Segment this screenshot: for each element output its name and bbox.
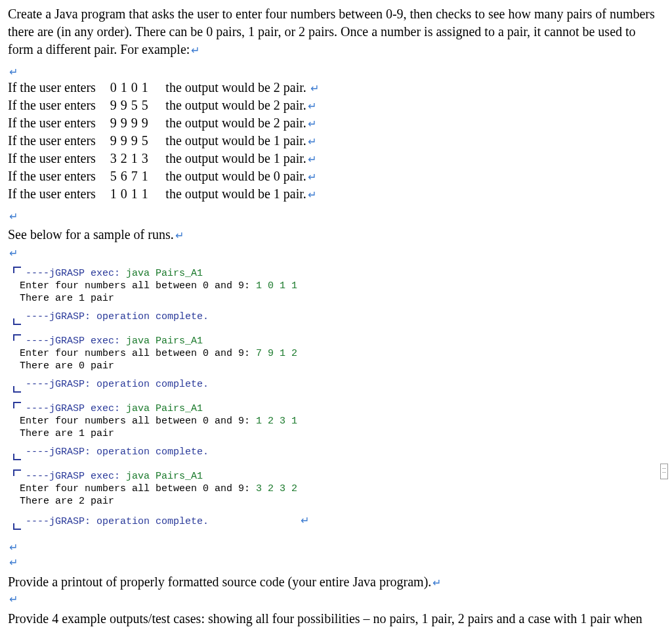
pilcrow-icon: ↵	[306, 189, 316, 200]
footer-line-1: Provide a printout of properly formatted…	[8, 573, 664, 591]
pilcrow-icon: ↵	[8, 248, 18, 259]
example-row: If the user enters9 9 9 5the output woul…	[8, 132, 323, 150]
pilcrow-icon: ↵	[8, 211, 18, 222]
console-run: ----jGRASP exec: java Pairs_A1Enter four…	[13, 267, 664, 325]
footer-2-text: Provide 4 example outputs/test cases: sh…	[8, 611, 642, 629]
console-output: ----jGRASP exec: java Pairs_A1Enter four…	[13, 267, 664, 530]
pilcrow-icon: ↵	[306, 136, 316, 147]
pilcrow-icon: ↵	[306, 118, 316, 129]
pilcrow-icon: ↵	[8, 66, 18, 77]
console-exec-line: ----jGRASP exec: java Pairs_A1	[20, 336, 664, 348]
pilcrow-icon: ↵	[306, 171, 316, 183]
example-row: If the user enters9 9 5 5the output woul…	[8, 97, 323, 114]
console-run: ----jGRASP exec: java Pairs_A1Enter four…	[13, 469, 664, 530]
pilcrow-icon: ↵	[8, 542, 18, 553]
example-row: If the user enters3 2 1 3the output woul…	[8, 150, 323, 167]
console-user-input: 3 2 3 2	[256, 483, 297, 494]
console-run: ----jGRASP exec: java Pairs_A1Enter four…	[13, 334, 664, 393]
example-lead: If the user enters	[8, 167, 110, 185]
example-row: If the user enters5 6 7 1the output woul…	[8, 167, 323, 185]
console-exec-line: ----jGRASP exec: java Pairs_A1	[20, 403, 664, 416]
example-numbers: 3 2 1 3	[110, 150, 166, 167]
console-user-input: 1 2 3 1	[256, 416, 297, 427]
pilcrow-icon: ↵	[306, 154, 316, 165]
example-numbers: 0 1 0 1	[110, 79, 166, 97]
example-numbers: 9 9 9 9	[110, 114, 166, 132]
see-below-text: See below for a sample of runs.	[8, 227, 174, 242]
example-numbers: 1 0 1 1	[110, 185, 166, 203]
console-exec-line: ----jGRASP exec: java Pairs_A1	[20, 471, 664, 483]
console-prompt-line: Enter four numbers all between 0 and 9: …	[20, 280, 664, 293]
example-output: the output would be 2 pair.↵	[165, 97, 323, 114]
console-result-line: There are 2 pair	[20, 496, 664, 508]
intro-paragraph: Create a Java program that asks the user…	[8, 5, 664, 58]
example-output: the output would be 0 pair.↵	[165, 167, 323, 185]
example-lead: If the user enters	[8, 79, 110, 97]
see-below-heading: See below for a sample of runs.↵	[8, 227, 664, 242]
example-output: the output would be 1 pair.↵	[165, 132, 323, 150]
example-lead: If the user enters	[8, 185, 110, 203]
example-lead: If the user enters	[8, 114, 110, 132]
example-output: the output would be 1 pair.↵	[165, 185, 323, 203]
console-prompt-line: Enter four numbers all between 0 and 9: …	[20, 348, 664, 360]
console-complete-line: ----jGRASP: operation complete.	[20, 311, 664, 324]
example-output: the output would be 2 pair. ↵	[165, 79, 323, 97]
pilcrow-icon: ↵	[8, 557, 18, 568]
console-prompt-line: Enter four numbers all between 0 and 9: …	[20, 416, 664, 428]
pilcrow-icon: ↵	[306, 100, 316, 112]
console-complete-line: ----jGRASP: operation complete.	[20, 446, 664, 459]
console-prompt-line: Enter four numbers all between 0 and 9: …	[20, 483, 664, 496]
example-lead: If the user enters	[8, 132, 110, 150]
example-row: If the user enters9 9 9 9the output woul…	[8, 114, 323, 132]
pilcrow-icon: ↵	[287, 515, 309, 526]
example-numbers: 9 9 5 5	[110, 97, 166, 114]
footer-line-2: Provide 4 example outputs/test cases: sh…	[8, 610, 664, 629]
example-row: If the user enters0 1 0 1the output woul…	[8, 79, 323, 97]
console-complete-line: ----jGRASP: operation complete. ↵	[20, 514, 664, 529]
console-exec-line: ----jGRASP exec: java Pairs_A1	[20, 268, 664, 280]
console-user-input: 7 9 1 2	[256, 348, 297, 359]
console-complete-line: ----jGRASP: operation complete.	[20, 379, 664, 391]
example-row: If the user enters1 0 1 1the output woul…	[8, 185, 323, 203]
pilcrow-icon: ↵	[8, 594, 18, 605]
pilcrow-icon: ↵	[190, 45, 200, 56]
console-user-input: 1 0 1 1	[256, 280, 297, 292]
footer-1-text: Provide a printout of properly formatted…	[8, 575, 431, 589]
console-result-line: There are 1 pair	[20, 428, 664, 441]
examples-table: If the user enters0 1 0 1the output woul…	[8, 79, 323, 203]
console-result-line: There are 0 pair	[20, 360, 664, 373]
intro-text: Create a Java program that asks the user…	[8, 7, 655, 56]
example-lead: If the user enters	[8, 97, 110, 114]
example-lead: If the user enters	[8, 150, 110, 167]
pilcrow-icon: ↵	[174, 230, 184, 241]
example-numbers: 9 9 9 5	[110, 132, 166, 150]
example-output: the output would be 1 pair.↵	[165, 150, 323, 167]
console-result-line: There are 1 pair	[20, 293, 664, 305]
pilcrow-icon: ↵	[431, 577, 441, 588]
pilcrow-icon: ↵	[306, 83, 319, 94]
example-output: the output would be 2 pair.↵	[165, 114, 323, 132]
console-run: ----jGRASP exec: java Pairs_A1Enter four…	[13, 402, 664, 460]
example-numbers: 5 6 7 1	[110, 167, 166, 185]
